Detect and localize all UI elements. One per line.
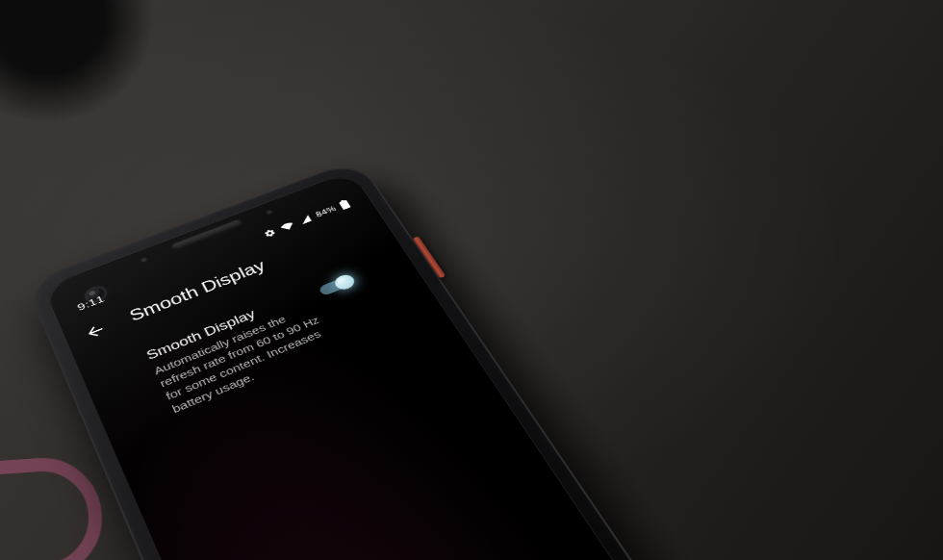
- back-button[interactable]: [81, 319, 111, 344]
- battery-icon: [338, 199, 350, 210]
- setting-toggle[interactable]: [317, 272, 357, 298]
- phone-device: 9:11 84%: [25, 159, 731, 560]
- photo-background: 9:11 84%: [0, 0, 943, 560]
- gear-icon: [263, 227, 278, 239]
- status-time: 9:11: [75, 293, 106, 313]
- arrow-back-icon: [82, 320, 109, 343]
- cellular-signal-icon: [297, 214, 314, 225]
- sensor-dot: [140, 257, 148, 263]
- battery-percent: 84%: [315, 204, 338, 218]
- wifi-icon: [279, 220, 296, 233]
- sensor-dot: [266, 210, 273, 216]
